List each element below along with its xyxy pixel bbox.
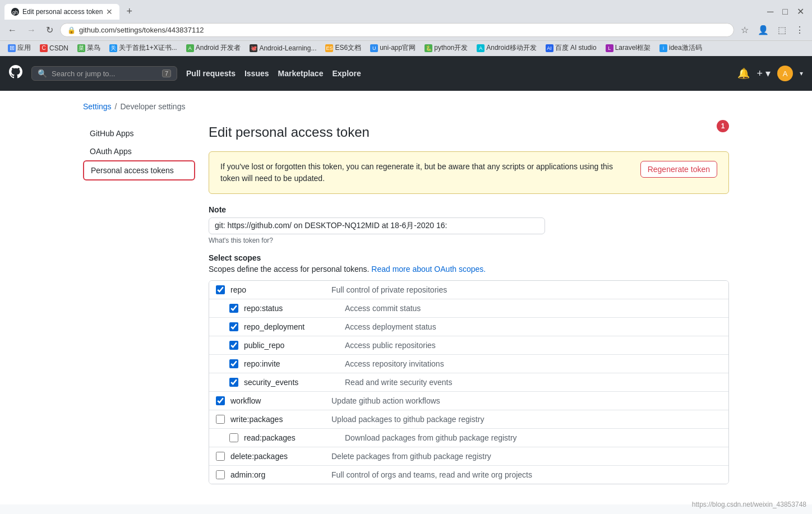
scope-checkbox-security-events[interactable] [229, 378, 238, 387]
bookmark-rookie[interactable]: 菜 菜鸟 [74, 42, 104, 54]
bookmark-csdn[interactable]: C CSDN [36, 43, 72, 53]
sidebar-item-oauth-apps[interactable]: OAuth Apps [83, 142, 195, 160]
breadcrumb-current: Developer settings [120, 102, 185, 111]
scope-checkbox-delete-packages[interactable] [216, 452, 225, 461]
tab-bar: gh Edit personal access token ✕ + ─ □ ✕ [0, 0, 812, 20]
back-button[interactable]: ← [4, 24, 20, 36]
tab-close-btn[interactable]: ✕ [106, 7, 113, 16]
scope-name-read-packages: read:packages [244, 433, 345, 442]
user-avatar[interactable]: A [777, 66, 793, 81]
bookmark-cert[interactable]: 关 关于首批1+X证书... [106, 42, 181, 54]
scope-checkbox-repo-invite[interactable] [229, 359, 238, 368]
new-tab-button[interactable]: + [122, 3, 137, 20]
scope-desc-public-repo: Access public repositories [345, 341, 722, 350]
scope-checkbox-read-packages[interactable] [229, 433, 238, 442]
nav-explore[interactable]: Explore [332, 69, 361, 78]
scope-name-write-packages: write:packages [230, 415, 331, 424]
sidebar-item-github-apps[interactable]: GitHub Apps [83, 124, 195, 142]
notifications-bell[interactable]: 🔔 [737, 67, 750, 80]
bookmark-es6[interactable]: ES ES6文档 [322, 42, 365, 54]
nav-actions: ☆ 👤 ⬚ ⋮ [737, 24, 808, 36]
scopes-table: repo Full control of private repositorie… [209, 280, 729, 484]
scope-checkbox-repo-status[interactable] [229, 304, 238, 313]
bookmark-python[interactable]: 🐍 python开发 [421, 42, 471, 54]
layout: GitHub Apps OAuth Apps Personal access t… [83, 124, 729, 493]
bookmark-star-btn[interactable]: ☆ [737, 24, 752, 36]
bookmark-android-mobile[interactable]: A Android移动开发 [473, 42, 539, 54]
url-bar[interactable]: 🔒 github.com/settings/tokens/443837112 [60, 23, 734, 37]
close-btn[interactable]: ✕ [793, 5, 808, 18]
bookmark-idea[interactable]: i idea激活码 [656, 42, 705, 54]
note-input[interactable] [209, 217, 545, 234]
csdn-bk-icon: C [40, 44, 48, 52]
regenerate-token-button[interactable]: Regenerate token [640, 161, 717, 178]
note-label: Note [209, 205, 729, 214]
bookmark-android-dev[interactable]: A Android 开发者 [183, 42, 244, 54]
scope-checkbox-repo-deployment[interactable] [229, 322, 238, 331]
tab-favicon: gh [11, 8, 19, 16]
extensions-btn[interactable]: ⬚ [774, 24, 790, 36]
sidebar-item-personal-access-tokens[interactable]: Personal access tokens [83, 160, 195, 180]
breadcrumb-settings[interactable]: Settings [83, 102, 112, 111]
android-dev-icon: A [186, 44, 194, 52]
tab-title: Edit personal access token [22, 8, 103, 16]
scope-name-repo-deployment: repo_deployment [244, 322, 345, 331]
scope-row-repo-invite: repo:invite Access repository invitation… [209, 355, 728, 373]
search-text: Search or jump to... [52, 70, 158, 78]
scope-name-public-repo: public_repo [244, 341, 345, 350]
breadcrumb: Settings / Developer settings [83, 102, 729, 111]
scope-name-workflow: workflow [230, 396, 331, 405]
bookmarks-bar: ⊞ 应用 C CSDN 菜 菜鸟 关 关于首批1+X证书... A Androi… [0, 40, 812, 56]
es6-icon: ES [325, 44, 333, 52]
read-more-oauth-link[interactable]: Read more about OAuth scopes. [371, 265, 486, 274]
scope-name-repo-invite: repo:invite [244, 359, 345, 368]
what-token-for-hint[interactable]: What's this token for? [209, 237, 729, 244]
minimize-btn[interactable]: ─ [764, 5, 777, 18]
github-logo[interactable] [9, 65, 22, 82]
url-text: github.com/settings/tokens/443837112 [79, 26, 727, 34]
uniapp-icon: U [370, 44, 378, 52]
page-title: Edit personal access token [209, 124, 729, 140]
scope-row-security-events: security_events Read and write security … [209, 373, 728, 392]
scope-checkbox-public-repo[interactable] [229, 341, 238, 350]
active-tab[interactable]: gh Edit personal access token ✕ [4, 4, 119, 20]
bookmark-uniapp[interactable]: U uni-app官网 [367, 42, 419, 54]
plus-dropdown-btn[interactable]: + ▾ [756, 67, 771, 80]
main-content: 1 Edit personal access token If you've l… [209, 124, 729, 493]
maximize-btn[interactable]: □ [779, 5, 791, 18]
sidebar: GitHub Apps OAuth Apps Personal access t… [83, 124, 195, 493]
scope-row-read-packages: read:packages Download packages from git… [209, 429, 728, 447]
nav-marketplace[interactable]: Marketplace [278, 69, 324, 78]
scope-checkbox-write-packages[interactable] [216, 415, 225, 424]
profile-btn[interactable]: 👤 [754, 24, 772, 36]
refresh-button[interactable]: ↻ [43, 24, 57, 36]
nav-pull-requests[interactable]: Pull requests [186, 69, 236, 78]
android-mobile-icon: A [477, 44, 485, 52]
avatar-dropdown-arrow[interactable]: ▾ [800, 70, 803, 77]
search-kbd: 7 [162, 70, 171, 77]
scope-desc-repo-status: Access commit status [345, 304, 722, 313]
select-scopes-title: Select scopes [209, 253, 729, 262]
alert-box: If you've lost or forgotten this token, … [209, 151, 729, 194]
forward-button[interactable]: → [24, 24, 39, 36]
svg-text:gh: gh [12, 10, 18, 15]
menu-btn[interactable]: ⋮ [792, 24, 808, 36]
watermark: https://blog.csdn.net/weixin_43853748 [692, 501, 806, 504]
scope-checkbox-repo[interactable] [216, 285, 225, 294]
scope-row-admin-org: admin:org Full control of orgs and teams… [209, 466, 728, 484]
bookmark-apps[interactable]: ⊞ 应用 [4, 42, 34, 54]
bookmark-android-learn[interactable]: 🐙 Android-Learning... [246, 43, 320, 53]
page-content: Settings / Developer settings GitHub App… [70, 91, 742, 504]
search-bar[interactable]: 🔍 Search or jump to... 7 [31, 66, 177, 81]
scope-name-repo-status: repo:status [244, 304, 345, 313]
nav-issues[interactable]: Issues [244, 69, 269, 78]
select-scopes-desc: Scopes define the access for personal to… [209, 265, 729, 274]
bookmark-laravel[interactable]: L Laravel框架 [602, 42, 654, 54]
bookmark-ai-studio[interactable]: AI 百度 AI studio [542, 42, 600, 54]
scope-desc-security-events: Read and write security events [345, 378, 722, 387]
alert-text: If you've lost or forgotten this token, … [220, 161, 629, 184]
idea-icon: i [659, 44, 667, 52]
scope-checkbox-admin-org[interactable] [216, 470, 225, 479]
scope-checkbox-workflow[interactable] [216, 396, 225, 405]
gh-nav-links: Pull requests Issues Marketplace Explore [186, 69, 361, 78]
